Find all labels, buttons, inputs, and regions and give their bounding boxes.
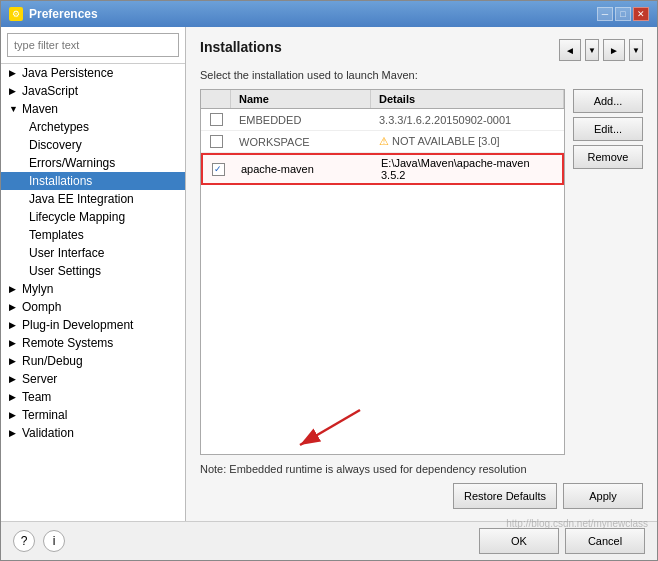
footer-icons: ? i xyxy=(13,530,65,552)
sidebar-label: Run/Debug xyxy=(22,354,83,368)
close-button[interactable]: ✕ xyxy=(633,7,649,21)
svg-line-1 xyxy=(300,410,360,445)
row-name-embedded: EMBEDDED xyxy=(231,112,371,128)
row-checkbox-apache[interactable]: ✓ xyxy=(203,161,233,178)
sidebar-label: Archetypes xyxy=(29,120,89,134)
watermark: http://blog.csdn.net/mynewclass xyxy=(506,518,648,529)
expand-arrow: ▼ xyxy=(9,104,19,114)
tree-area: ▶ Java Persistence ▶ JavaScript ▼ Maven xyxy=(1,64,185,521)
restore-defaults-button[interactable]: Restore Defaults xyxy=(453,483,557,509)
sidebar-item-java-ee[interactable]: Java EE Integration xyxy=(1,190,185,208)
expand-arrow: ▶ xyxy=(9,374,19,384)
sidebar-label: JavaScript xyxy=(22,84,78,98)
sidebar-item-user-settings[interactable]: User Settings xyxy=(1,262,185,280)
forward-dropdown[interactable]: ▼ xyxy=(629,39,643,61)
sidebar-item-installations[interactable]: Installations xyxy=(1,172,185,190)
checkbox-icon[interactable] xyxy=(210,135,223,148)
sidebar-item-javascript[interactable]: ▶ JavaScript xyxy=(1,82,185,100)
sidebar-label: Maven xyxy=(22,102,58,116)
expand-arrow: ▶ xyxy=(9,428,19,438)
sidebar-label: Errors/Warnings xyxy=(29,156,115,170)
sidebar-label: User Interface xyxy=(29,246,104,260)
row-name-workspace: WORKSPACE xyxy=(231,134,371,150)
sidebar-label: Installations xyxy=(29,174,92,188)
table-row[interactable]: EMBEDDED 3.3.3/1.6.2.20150902-0001 xyxy=(201,109,564,131)
table-row-selected[interactable]: ✓ apache-maven E:\Java\Maven\apache-mave… xyxy=(201,153,564,185)
sidebar-item-discovery[interactable]: Discovery xyxy=(1,136,185,154)
sidebar-label: Lifecycle Mapping xyxy=(29,210,125,224)
section-title: Installations xyxy=(200,39,282,55)
sidebar-label: Oomph xyxy=(22,300,61,314)
app-icon: ⚙ xyxy=(9,7,23,21)
ok-button[interactable]: OK xyxy=(479,528,559,554)
dialog-title: Preferences xyxy=(29,7,98,21)
section-description: Select the installation used to launch M… xyxy=(200,69,643,81)
header-name: Name xyxy=(231,90,371,108)
sidebar-item-plugin-dev[interactable]: ▶ Plug-in Development xyxy=(1,316,185,334)
table-section: Name Details EMBEDDED 3.3.3/1.6. xyxy=(200,89,643,455)
row-checkbox-embedded[interactable] xyxy=(201,111,231,128)
sidebar-item-team[interactable]: ▶ Team xyxy=(1,388,185,406)
navigation-arrows: ◄ ▼ ► ▼ xyxy=(559,39,643,61)
sidebar-item-server[interactable]: ▶ Server xyxy=(1,370,185,388)
sidebar-label: Validation xyxy=(22,426,74,440)
sidebar-label: Mylyn xyxy=(22,282,53,296)
header-details: Details xyxy=(371,90,564,108)
sidebar-label: Discovery xyxy=(29,138,82,152)
sidebar-item-archetypes[interactable]: Archetypes xyxy=(1,118,185,136)
apply-button[interactable]: Apply xyxy=(563,483,643,509)
checkbox-checked-icon[interactable]: ✓ xyxy=(212,163,225,176)
header-check xyxy=(201,90,231,108)
back-button[interactable]: ◄ xyxy=(559,39,581,61)
expand-arrow: ▶ xyxy=(9,68,19,78)
search-input[interactable] xyxy=(7,33,179,57)
row-checkbox-workspace[interactable] xyxy=(201,133,231,150)
sidebar-item-templates[interactable]: Templates xyxy=(1,226,185,244)
main-content: Installations ◄ ▼ ► ▼ Select the install… xyxy=(186,27,657,521)
annotation-arrow xyxy=(270,400,390,450)
sidebar-label: Server xyxy=(22,372,57,386)
sidebar-label: Team xyxy=(22,390,51,404)
help-button[interactable]: ? xyxy=(13,530,35,552)
sidebar-item-errors-warnings[interactable]: Errors/Warnings xyxy=(1,154,185,172)
sidebar-item-mylyn[interactable]: ▶ Mylyn xyxy=(1,280,185,298)
title-bar: ⚙ Preferences ─ □ ✕ xyxy=(1,1,657,27)
sidebar-item-validation[interactable]: ▶ Validation xyxy=(1,424,185,442)
sidebar-label: Templates xyxy=(29,228,84,242)
sidebar-item-terminal[interactable]: ▶ Terminal xyxy=(1,406,185,424)
side-buttons: Add... Edit... Remove xyxy=(573,89,643,455)
info-button[interactable]: i xyxy=(43,530,65,552)
sidebar-item-user-interface[interactable]: User Interface xyxy=(1,244,185,262)
sidebar-item-run-debug[interactable]: ▶ Run/Debug xyxy=(1,352,185,370)
expand-arrow: ▶ xyxy=(9,338,19,348)
edit-button[interactable]: Edit... xyxy=(573,117,643,141)
sidebar: ▶ Java Persistence ▶ JavaScript ▼ Maven xyxy=(1,27,186,521)
row-name-apache: apache-maven xyxy=(233,161,373,177)
maximize-button[interactable]: □ xyxy=(615,7,631,21)
table-row[interactable]: WORKSPACE ⚠NOT AVAILABLE [3.0] xyxy=(201,131,564,153)
window-controls: ─ □ ✕ xyxy=(597,7,649,21)
table-header: Name Details xyxy=(201,90,564,109)
sidebar-label: Remote Systems xyxy=(22,336,113,350)
sidebar-item-java-persistence[interactable]: ▶ Java Persistence xyxy=(1,64,185,82)
note-text: Note: Embedded runtime is always used fo… xyxy=(200,463,643,475)
expand-arrow: ▶ xyxy=(9,320,19,330)
sidebar-item-lifecycle-mapping[interactable]: Lifecycle Mapping xyxy=(1,208,185,226)
sidebar-label: Java EE Integration xyxy=(29,192,134,206)
back-dropdown[interactable]: ▼ xyxy=(585,39,599,61)
warning-icon: ⚠ xyxy=(379,135,389,147)
minimize-button[interactable]: ─ xyxy=(597,7,613,21)
sidebar-item-remote-systems[interactable]: ▶ Remote Systems xyxy=(1,334,185,352)
forward-button[interactable]: ► xyxy=(603,39,625,61)
cancel-button[interactable]: Cancel xyxy=(565,528,645,554)
sidebar-item-maven[interactable]: ▼ Maven xyxy=(1,100,185,118)
expand-arrow: ▶ xyxy=(9,302,19,312)
expand-arrow: ▶ xyxy=(9,86,19,96)
sidebar-label: User Settings xyxy=(29,264,101,278)
remove-button[interactable]: Remove xyxy=(573,145,643,169)
sidebar-item-oomph[interactable]: ▶ Oomph xyxy=(1,298,185,316)
add-button[interactable]: Add... xyxy=(573,89,643,113)
checkbox-icon[interactable] xyxy=(210,113,223,126)
search-box xyxy=(1,27,185,64)
expand-arrow: ▶ xyxy=(9,392,19,402)
